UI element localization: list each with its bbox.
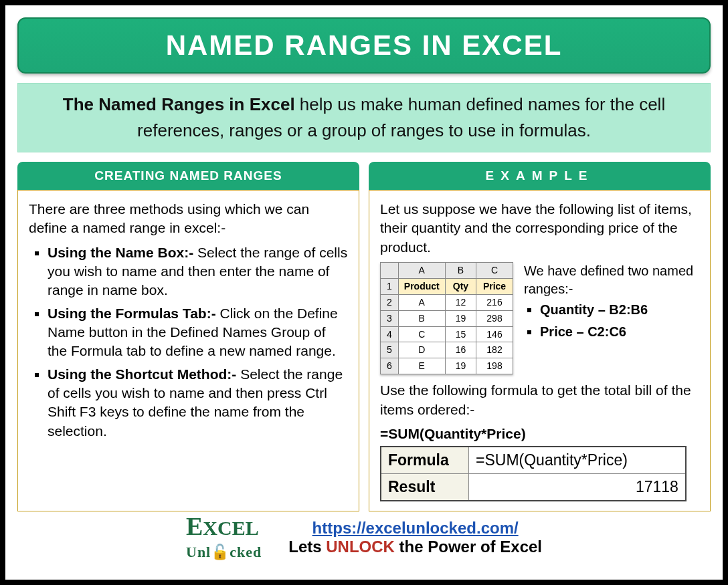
left-header: CREATING NAMED RANGES — [17, 162, 359, 190]
footer: EXCEL Unl🔓cked https://excelunlocked.com… — [17, 515, 711, 559]
slogan: Lets UNLOCK the Power of Excel — [288, 538, 542, 556]
use-lead: Use the following formula to get the tot… — [380, 381, 699, 419]
list-item: Quantity – B2:B6 — [540, 301, 699, 319]
defined-ranges: We have defined two named ranges:- Quant… — [524, 262, 699, 374]
page-title: NAMED RANGES IN EXCEL — [17, 17, 711, 74]
example-lead: Let us suppose we have the following lis… — [380, 200, 699, 257]
corner-cell — [381, 263, 399, 279]
left-column: CREATING NAMED RANGES There are three me… — [17, 162, 359, 511]
col-header: B — [445, 263, 476, 279]
left-lead: There are three methods using which we c… — [29, 200, 348, 238]
method-list: Using the Name Box:- Select the range of… — [29, 243, 348, 441]
col-header: A — [398, 263, 445, 279]
list-item: Using the Name Box:- Select the range of… — [48, 243, 348, 300]
right-header: EXAMPLE — [369, 162, 711, 190]
intro-text: The Named Ranges in Excel help us make h… — [17, 83, 711, 152]
formula-table: Formula=SUM(Quantity*Price) Result17118 — [380, 446, 687, 501]
list-item: Using the Shortcut Method:- Select the r… — [48, 365, 348, 441]
logo: EXCEL Unl🔓cked — [186, 515, 262, 559]
right-body: Let us suppose we have the following lis… — [369, 190, 711, 511]
formula-inline: =SUM(Quantity*Price) — [380, 426, 526, 441]
list-item: Using the Formulas Tab:- Click on the De… — [48, 304, 348, 361]
right-column: EXAMPLE Let us suppose we have the follo… — [369, 162, 711, 511]
intro-bold: The Named Ranges in Excel — [63, 94, 295, 114]
left-body: There are three methods using which we c… — [17, 190, 359, 511]
site-link[interactable]: https://excelunlocked.com/ — [312, 519, 519, 537]
col-header: C — [476, 263, 513, 279]
list-item: Price – C2:C6 — [540, 323, 699, 341]
excel-grid: A B C 1 Product Qty Price 2A12216 3B1929… — [380, 262, 513, 374]
